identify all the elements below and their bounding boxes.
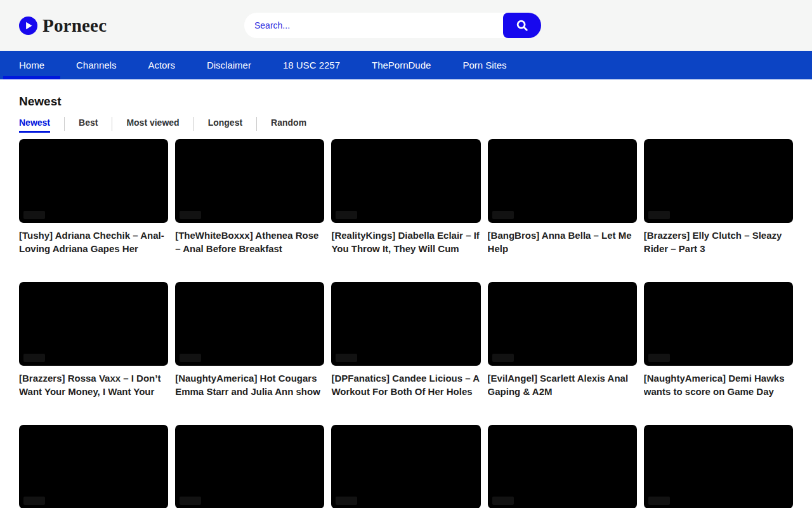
video-thumbnail[interactable] [488, 425, 637, 508]
duration-badge [180, 497, 201, 505]
video-card [331, 425, 480, 508]
video-title[interactable]: [NaughtyAmerica] Hot Cougars Emma Starr … [175, 371, 324, 398]
video-card: [TheWhiteBoxxx] Athenea Rose – Anal Befo… [175, 139, 324, 255]
main-content: Newest Newest Best Most viewed Longest R… [0, 95, 812, 508]
video-title[interactable]: [RealityKings] Diabella Eclair – If You … [331, 229, 480, 255]
tab-most-viewed[interactable]: Most viewed [112, 115, 193, 133]
video-thumbnail[interactable] [488, 282, 637, 366]
brand-logo[interactable]: Porneec [19, 0, 107, 51]
duration-badge [336, 497, 357, 505]
video-thumbnail[interactable] [19, 282, 168, 366]
video-title[interactable]: [Brazzers] Elly Clutch – Sleazy Rider – … [644, 229, 793, 255]
tab-best[interactable]: Best [65, 115, 112, 133]
video-grid: [Tushy] Adriana Chechik – Anal-Loving Ad… [19, 139, 793, 508]
nav-item-disclaimer[interactable]: Disclaimer [191, 51, 267, 79]
duration-badge [23, 211, 45, 219]
video-card: [DPFanatics] Candee Licious – A Workout … [331, 282, 480, 398]
video-title[interactable]: [Brazzers] Rossa Vaxx – I Don’t Want You… [19, 371, 168, 398]
tab-random[interactable]: Random [257, 115, 320, 133]
video-thumbnail[interactable] [175, 139, 324, 223]
search-bar [244, 13, 541, 38]
sort-tabs: Newest Best Most viewed Longest Random [19, 115, 793, 133]
video-card: [Tushy] Adriana Chechik – Anal-Loving Ad… [19, 139, 168, 255]
duration-badge [23, 497, 45, 505]
nav-item-theporndude[interactable]: ThePornDude [356, 51, 447, 79]
video-card: [Brazzers] Rossa Vaxx – I Don’t Want You… [19, 282, 168, 398]
video-title[interactable]: [BangBros] Anna Bella – Let Me Help [488, 229, 637, 255]
duration-badge [492, 497, 514, 505]
duration-badge [336, 211, 357, 219]
video-card: [NaughtyAmerica] Demi Hawks wants to sco… [644, 282, 793, 398]
duration-badge [336, 354, 357, 362]
video-title[interactable]: [TheWhiteBoxxx] Athenea Rose – Anal Befo… [175, 229, 324, 255]
video-card: [RealityKings] Diabella Eclair – If You … [331, 139, 480, 255]
video-card [644, 425, 793, 508]
duration-badge [492, 354, 514, 362]
video-card: [NaughtyAmerica] Hot Cougars Emma Starr … [175, 282, 324, 398]
video-thumbnail[interactable] [331, 425, 480, 508]
video-thumbnail[interactable] [19, 139, 168, 223]
nav-item-porn-sites[interactable]: Porn Sites [447, 51, 522, 79]
video-title[interactable]: [DPFanatics] Candee Licious – A Workout … [331, 371, 480, 398]
video-card [19, 425, 168, 508]
video-thumbnail[interactable] [175, 282, 324, 366]
page-title: Newest [19, 95, 793, 109]
video-thumbnail[interactable] [175, 425, 324, 508]
video-title[interactable]: [EvilAngel] Scarlett Alexis Anal Gaping … [488, 371, 637, 398]
tab-longest[interactable]: Longest [194, 115, 256, 133]
video-title[interactable]: [NaughtyAmerica] Demi Hawks wants to sco… [644, 371, 793, 398]
duration-badge [648, 497, 670, 505]
nav-item-18-usc-2257[interactable]: 18 USC 2257 [267, 51, 356, 79]
video-card [175, 425, 324, 508]
duration-badge [180, 211, 201, 219]
main-nav: Home Channels Actors Disclaimer 18 USC 2… [0, 51, 812, 79]
video-card: [Brazzers] Elly Clutch – Sleazy Rider – … [644, 139, 793, 255]
video-thumbnail[interactable] [644, 425, 793, 508]
nav-item-actors[interactable]: Actors [132, 51, 191, 79]
nav-item-channels[interactable]: Channels [60, 51, 132, 79]
site-header: Porneec [0, 0, 812, 51]
video-thumbnail[interactable] [644, 282, 793, 366]
duration-badge [648, 211, 670, 219]
search-input[interactable] [244, 13, 507, 38]
duration-badge [648, 354, 670, 362]
video-card [488, 425, 637, 508]
tab-newest[interactable]: Newest [19, 115, 64, 133]
video-title[interactable]: [Tushy] Adriana Chechik – Anal-Loving Ad… [19, 229, 168, 255]
video-thumbnail[interactable] [19, 425, 168, 508]
video-thumbnail[interactable] [331, 282, 480, 366]
duration-badge [492, 211, 514, 219]
nav-item-home[interactable]: Home [3, 51, 60, 79]
duration-badge [180, 354, 201, 362]
video-card: [EvilAngel] Scarlett Alexis Anal Gaping … [488, 282, 637, 398]
video-card: [BangBros] Anna Bella – Let Me Help [488, 139, 637, 255]
search-button[interactable] [503, 13, 541, 38]
search-icon [515, 18, 529, 32]
play-icon [19, 17, 37, 35]
video-thumbnail[interactable] [644, 139, 793, 223]
video-thumbnail[interactable] [331, 139, 480, 223]
video-thumbnail[interactable] [488, 139, 637, 223]
brand-name: Porneec [43, 15, 107, 36]
duration-badge [23, 354, 45, 362]
